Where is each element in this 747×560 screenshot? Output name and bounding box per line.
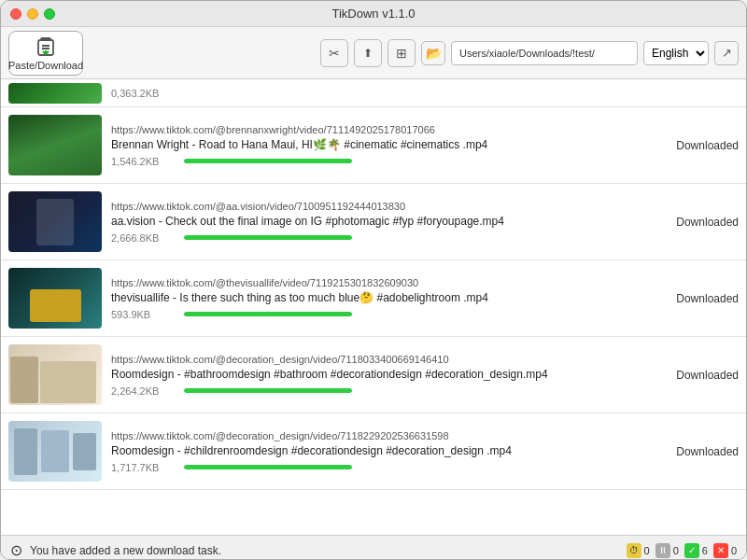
item-url: https://www.tiktok.com/@aa.vision/video/…: [111, 201, 655, 212]
item-meta: 2,666.8KB: [111, 232, 655, 244]
download-list: 0,363.2KB https://www.tiktok.com/@brenna…: [1, 79, 746, 535]
item-thumbnail: [8, 115, 102, 175]
item-thumbnail: [8, 191, 102, 252]
item-thumbnail: [8, 83, 102, 104]
item-url: https://www.tiktok.com/@decoration_desig…: [111, 430, 655, 441]
paused-icon: ⏸: [655, 543, 670, 558]
failed-icon: ✕: [713, 543, 728, 558]
failed-count: 0: [731, 545, 737, 556]
paused-count: 0: [673, 545, 679, 556]
status-counts: ⏱ 0 ⏸ 0 ✓ 6 ✕ 0: [627, 543, 738, 558]
status-bar: ⊙ You have added a new download task. ⏱ …: [1, 535, 746, 560]
item-meta: 1,717.7KB: [111, 462, 655, 473]
item-title: Roomdesign - #bathroomdesign #bathroom #…: [111, 368, 655, 381]
list-item: https://www.tiktok.com/@aa.vision/video/…: [1, 184, 746, 260]
list-item: https://www.tiktok.com/@brennanxwright/v…: [1, 107, 746, 184]
scissors-button[interactable]: ✂: [320, 39, 348, 67]
progress-fill: [184, 235, 352, 240]
list-item: 0,363.2KB: [1, 79, 746, 107]
list-item: https://www.tiktok.com/@decoration_desig…: [1, 413, 746, 490]
window-title: TikDown v1.1.0: [331, 7, 415, 21]
item-meta: 1,546.2KB: [111, 156, 655, 167]
item-size: 593.9KB: [111, 309, 176, 320]
item-thumbnail: [8, 268, 102, 329]
grid-button[interactable]: ⊞: [388, 39, 416, 67]
item-info: 0,363.2KB: [111, 88, 655, 99]
item-info: https://www.tiktok.com/@decoration_desig…: [111, 430, 655, 473]
language-select[interactable]: English 中文: [643, 41, 709, 65]
failed-count-badge: ✕ 0: [713, 543, 737, 558]
upload-button[interactable]: ⬆: [354, 39, 382, 67]
progress-fill: [184, 465, 352, 469]
item-url: https://www.tiktok.com/@brennanxwright/v…: [111, 124, 655, 135]
item-status: Downloaded: [664, 216, 739, 229]
paused-count-badge: ⏸ 0: [655, 543, 679, 558]
paste-download-button[interactable]: Paste/Download: [8, 31, 83, 76]
item-info: https://www.tiktok.com/@aa.vision/video/…: [111, 201, 655, 244]
folder-icon: 📂: [426, 46, 442, 61]
list-item: https://www.tiktok.com/@decoration_desig…: [1, 337, 746, 413]
item-size: 1,546.2KB: [111, 156, 176, 167]
progress-fill: [184, 312, 352, 316]
paste-download-label: Paste/Download: [8, 60, 83, 71]
upload-icon: ⬆: [363, 47, 373, 60]
item-title: aa.vision - Check out the final image on…: [111, 215, 655, 228]
item-thumbnail: [8, 421, 102, 482]
item-info: https://www.tiktok.com/@decoration_desig…: [111, 354, 655, 397]
item-url: https://www.tiktok.com/@decoration_desig…: [111, 354, 655, 365]
toolbar: Paste/Download ✂ ⬆ ⊞ 📂 English 中文 ↗: [1, 27, 746, 79]
github-icon: ⊙: [10, 541, 22, 559]
item-status: Downloaded: [664, 369, 739, 382]
export-icon: ↗: [722, 46, 732, 60]
item-size: 2,666.8KB: [111, 232, 176, 244]
item-size: 0,363.2KB: [111, 88, 655, 99]
item-info: https://www.tiktok.com/@thevisuallife/vi…: [111, 277, 655, 320]
item-thumbnail: [8, 344, 102, 405]
completed-count-badge: ✓ 6: [684, 543, 708, 558]
export-button[interactable]: ↗: [714, 41, 739, 65]
item-title: Roomdesign - #childrenroomdesign #decora…: [111, 444, 655, 457]
item-status: Downloaded: [664, 292, 739, 305]
item-meta: 593.9KB: [111, 309, 655, 320]
pending-count: 0: [644, 545, 650, 556]
item-info: https://www.tiktok.com/@brennanxwright/v…: [111, 124, 655, 167]
progress-bar: [184, 159, 352, 163]
item-title: thevisuallife - Is there such thing as t…: [111, 291, 655, 304]
item-status: Downloaded: [664, 139, 739, 152]
item-size: 1,717.7KB: [111, 462, 176, 473]
progress-bar: [184, 235, 352, 240]
close-button[interactable]: [10, 8, 21, 20]
progress-bar: [184, 388, 352, 393]
traffic-lights: [10, 8, 55, 20]
progress-bar: [184, 312, 352, 316]
item-title: Brennan Wright - Road to Hana Maui, HI🌿🌴…: [111, 138, 655, 151]
completed-icon: ✓: [684, 543, 699, 558]
maximize-button[interactable]: [44, 8, 55, 20]
pending-count-badge: ⏱ 0: [627, 543, 650, 558]
pending-icon: ⏱: [627, 543, 641, 558]
path-input[interactable]: [451, 41, 638, 65]
item-url: https://www.tiktok.com/@thevisuallife/vi…: [111, 277, 655, 288]
progress-fill: [184, 388, 352, 393]
list-item: https://www.tiktok.com/@thevisuallife/vi…: [1, 260, 746, 337]
item-status: Downloaded: [664, 445, 739, 458]
progress-bar: [184, 465, 352, 469]
item-size: 2,264.2KB: [111, 385, 176, 397]
title-bar: TikDown v1.1.0: [1, 1, 746, 27]
minimize-button[interactable]: [27, 8, 38, 20]
status-message: You have added a new download task.: [30, 544, 619, 557]
progress-fill: [184, 159, 352, 163]
grid-icon: ⊞: [396, 46, 407, 61]
item-meta: 2,264.2KB: [111, 385, 655, 397]
scissors-icon: ✂: [329, 46, 340, 61]
folder-icon-button[interactable]: 📂: [421, 41, 445, 65]
completed-count: 6: [702, 545, 708, 556]
